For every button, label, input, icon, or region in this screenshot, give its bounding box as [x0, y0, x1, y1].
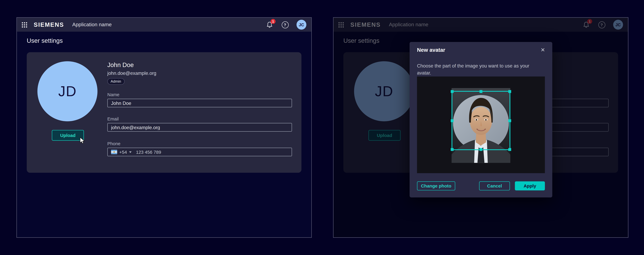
phone-field-group: Phone +54	[107, 141, 292, 156]
dialog-description: Choose the part of the image you want to…	[417, 62, 540, 76]
user-settings-window-dimmed: SIEMENS Application name 1 ? JC User set…	[333, 17, 628, 238]
name-field-group: Name	[107, 92, 292, 107]
change-photo-button[interactable]: Change photo	[417, 182, 455, 190]
close-icon[interactable]: ✕	[539, 46, 546, 54]
phone-label: Phone	[107, 141, 292, 146]
dial-code: +54	[119, 150, 127, 154]
application-name: Application name	[72, 22, 112, 28]
phone-input[interactable]: +54	[107, 148, 292, 156]
cancel-button[interactable]: Cancel	[479, 182, 510, 190]
email-label: Email	[107, 116, 292, 121]
new-avatar-dialog: New avatar ✕ Choose the part of the imag…	[410, 42, 552, 198]
screenshot-stage: SIEMENS Application name 1 ? JC User set…	[0, 0, 644, 255]
chevron-down-icon[interactable]	[129, 151, 132, 153]
profile-name: John Doe	[107, 61, 134, 68]
selection-handle-ne[interactable]	[508, 90, 511, 93]
name-input[interactable]	[107, 99, 292, 107]
image-crop-area	[417, 76, 545, 173]
help-icon: ?	[282, 21, 288, 28]
profile-email: john.doe@example.org	[107, 71, 156, 76]
profile-card: JD Upload John Doe john.doe@example.org …	[27, 52, 302, 173]
selection-handle-w[interactable]	[451, 119, 454, 122]
argentina-flag-icon	[111, 150, 117, 154]
user-settings-window: SIEMENS Application name 1 ? JC User set…	[16, 17, 312, 238]
phone-number-input[interactable]	[135, 149, 219, 155]
dialog-title: New avatar	[417, 47, 445, 53]
upload-button[interactable]: Upload	[52, 130, 84, 141]
email-field-group: Email	[107, 116, 292, 132]
user-avatar[interactable]: JC	[296, 20, 306, 30]
apply-button[interactable]: Apply	[515, 182, 545, 190]
selection-handle-e[interactable]	[508, 119, 511, 122]
siemens-logo: SIEMENS	[34, 22, 64, 28]
selection-handle-se[interactable]	[508, 148, 511, 151]
selection-handle-n[interactable]	[480, 90, 482, 93]
profile-avatar: JD	[38, 61, 98, 121]
name-label: Name	[107, 92, 292, 97]
selection-handle-nw[interactable]	[451, 90, 454, 93]
selection-handle-sw[interactable]	[451, 148, 454, 151]
dialog-footer: Change photo Cancel Apply	[410, 181, 552, 191]
app-header: SIEMENS Application name 1 ? JC	[17, 18, 311, 32]
notification-badge: 1	[270, 19, 276, 24]
app-launcher-icon[interactable]	[22, 22, 27, 27]
page-title: User settings	[27, 37, 311, 44]
selection-handle-s[interactable]	[480, 148, 482, 151]
role-badge: Admin	[107, 78, 124, 85]
crop-selection[interactable]	[452, 91, 510, 150]
notifications-button[interactable]: 1	[265, 20, 274, 29]
help-button[interactable]: ?	[281, 20, 289, 29]
email-input[interactable]	[107, 123, 292, 132]
